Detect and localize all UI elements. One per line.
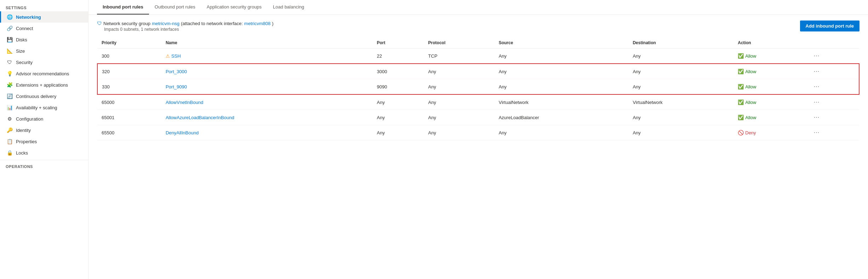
sidebar-item-label-properties: Properties [16, 139, 37, 144]
cell-protocol: Any [424, 64, 495, 79]
shield-icon: 🛡 [97, 21, 102, 26]
sidebar-item-continuous[interactable]: 🔄 Continuous delivery [0, 91, 88, 102]
nsg-middle: (attached to network interface: [181, 21, 243, 26]
table-row[interactable]: 330 Port_9090 9090 Any Any Any ✅Allow ··… [97, 79, 859, 95]
action-allow: ✅Allow [738, 115, 803, 120]
sidebar-item-label-networking: Networking [16, 14, 41, 20]
table-row[interactable]: 65000 AllowVnetInBound Any Any VirtualNe… [97, 94, 859, 110]
cell-destination: Any [628, 110, 733, 125]
sidebar-item-configuration[interactable]: ⚙ Configuration [0, 113, 88, 124]
more-options-button[interactable]: ··· [812, 83, 822, 91]
sidebar-item-label-size: Size [16, 48, 25, 54]
check-icon: ✅ [738, 99, 744, 105]
cell-more: ··· [807, 125, 859, 140]
rule-name-link[interactable]: SSH [171, 53, 181, 59]
rule-name-link[interactable]: AllowAzureLoadBalancerInBound [166, 115, 234, 120]
cell-destination: Any [628, 48, 733, 64]
col-destination: Destination [628, 37, 733, 48]
cell-protocol: Any [424, 125, 495, 140]
cell-action: ✅Allow [733, 48, 807, 64]
size-icon: 📐 [7, 48, 12, 54]
cell-destination: VirtualNetwork [628, 94, 733, 110]
table-header-row: Priority Name Port Protocol Source Desti… [97, 37, 859, 48]
sidebar-item-properties[interactable]: 📋 Properties [0, 136, 88, 147]
nsg-info-bar: 🛡 Network security group metricvm-nsg (a… [97, 21, 860, 32]
cell-more: ··· [807, 110, 859, 125]
warn-icon: ⚠ [166, 53, 170, 59]
sidebar-item-advisor[interactable]: 💡 Advisor recommendations [0, 68, 88, 79]
action-allow: ✅Allow [738, 53, 803, 59]
nsg-interface-link[interactable]: metricvm808 [244, 21, 270, 26]
sidebar-section-settings: Settings [0, 3, 88, 11]
nsg-name-link[interactable]: metricvm-nsg [152, 21, 179, 26]
check-icon: ✅ [738, 53, 744, 59]
tab-lb[interactable]: Load balancing [267, 0, 310, 14]
more-options-button[interactable]: ··· [812, 52, 822, 60]
rule-name-link[interactable]: DenyAllInBound [166, 130, 199, 135]
properties-icon: 📋 [7, 139, 12, 144]
rule-name-link[interactable]: Port_3000 [166, 69, 187, 74]
cell-protocol: Any [424, 110, 495, 125]
cell-name: Port_3000 [161, 64, 373, 79]
more-options-button[interactable]: ··· [812, 129, 822, 136]
tab-outbound[interactable]: Outbound port rules [149, 0, 201, 14]
cell-source: Any [495, 64, 629, 79]
deny-icon: 🚫 [738, 130, 744, 135]
table-row[interactable]: 320 Port_3000 3000 Any Any Any ✅Allow ··… [97, 64, 859, 79]
cell-more: ··· [807, 79, 859, 95]
cell-source: AzureLoadBalancer [495, 110, 629, 125]
tab-inbound[interactable]: Inbound port rules [97, 0, 149, 14]
cell-action: ✅Allow [733, 110, 807, 125]
table-row[interactable]: 300 ⚠SSH 22 TCP Any Any ✅Allow ··· [97, 48, 859, 64]
add-inbound-rule-button[interactable]: Add inbound port rule [800, 21, 860, 31]
sidebar-item-locks[interactable]: 🔒 Locks [0, 147, 88, 158]
table-row[interactable]: 65001 AllowAzureLoadBalancerInBound Any … [97, 110, 859, 125]
cell-source: Any [495, 79, 629, 95]
sidebar-item-networking[interactable]: 🌐 Networking [0, 11, 88, 23]
sidebar-item-label-continuous: Continuous delivery [16, 94, 56, 99]
locks-icon: 🔒 [7, 150, 12, 156]
sidebar-item-extensions[interactable]: 🧩 Extensions + applications [0, 79, 88, 91]
sidebar-item-identity[interactable]: 🔑 Identity [0, 124, 88, 136]
cell-destination: Any [628, 64, 733, 79]
sidebar-item-label-locks: Locks [16, 150, 28, 156]
inbound-rules-table: Priority Name Port Protocol Source Desti… [97, 37, 860, 140]
cell-name: DenyAllInBound [161, 125, 373, 140]
cell-port: Any [373, 110, 424, 125]
nsg-info-left: 🛡 Network security group metricvm-nsg (a… [97, 21, 274, 32]
tab-bar: Inbound port rules Outbound port rules A… [88, 0, 868, 15]
availability-icon: 📊 [7, 105, 12, 110]
check-icon: ✅ [738, 69, 744, 74]
sidebar-section-operations: Operations [0, 162, 88, 170]
cell-port: 22 [373, 48, 424, 64]
cell-name: AllowVnetInBound [161, 94, 373, 110]
sidebar-item-connect[interactable]: 🔗 Connect [0, 23, 88, 34]
cell-more: ··· [807, 94, 859, 110]
networking-icon: 🌐 [7, 14, 12, 20]
sidebar-item-label-configuration: Configuration [16, 116, 43, 122]
more-options-button[interactable]: ··· [812, 114, 822, 121]
col-source: Source [495, 37, 629, 48]
action-allow: ✅Allow [738, 84, 803, 89]
table-row[interactable]: 65500 DenyAllInBound Any Any Any Any 🚫De… [97, 125, 859, 140]
configuration-icon: ⚙ [7, 116, 12, 122]
more-options-button[interactable]: ··· [812, 68, 822, 75]
extensions-icon: 🧩 [7, 82, 12, 88]
sidebar-item-availability[interactable]: 📊 Availability + scaling [0, 102, 88, 113]
cell-priority: 330 [97, 79, 161, 95]
rule-name-link[interactable]: Port_9090 [166, 84, 187, 89]
sidebar-divider [0, 160, 88, 160]
rule-name-link[interactable]: AllowVnetInBound [166, 100, 203, 105]
tab-asg[interactable]: Application security groups [201, 0, 267, 14]
sidebar-item-size[interactable]: 📐 Size [0, 45, 88, 57]
sidebar-item-label-advisor: Advisor recommendations [16, 71, 69, 76]
cell-name: ⚠SSH [161, 48, 373, 64]
cell-source: Any [495, 48, 629, 64]
col-more [807, 37, 859, 48]
col-protocol: Protocol [424, 37, 495, 48]
cell-priority: 65500 [97, 125, 161, 140]
more-options-button[interactable]: ··· [812, 98, 822, 106]
sidebar-item-disks[interactable]: 💾 Disks [0, 34, 88, 45]
sidebar-item-security[interactable]: 🛡 Security [0, 57, 88, 68]
cell-name: Port_9090 [161, 79, 373, 95]
